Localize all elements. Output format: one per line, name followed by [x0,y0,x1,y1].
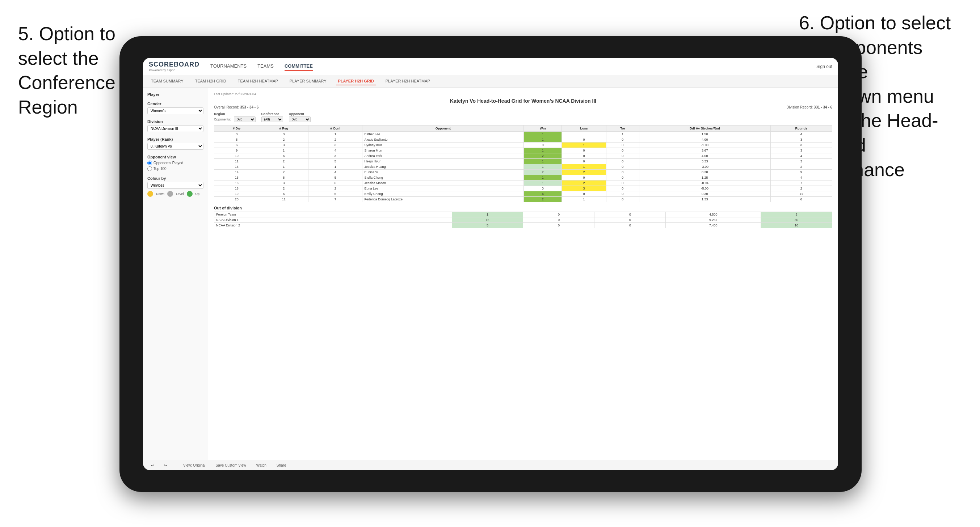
sidebar-division-section: Division NCAA Division III [147,119,204,132]
save-custom-btn[interactable]: Save Custom View [213,463,248,468]
table-body: 3 3 1 Esther Lee 1 1 1.50 4 5 2 2 Alexis… [214,132,832,202]
sidebar-gender-section: Gender Women's [147,102,204,114]
table-row: 3 3 1 Esther Lee 1 1 1.50 4 [214,132,832,137]
last-updated: Last Updated: 27/03/2024 04 [214,92,832,96]
th-opponent: Opponent [363,125,524,132]
th-win: Win [524,125,562,132]
sidebar-player-rank-select[interactable]: 8. Katelyn Vo [147,143,204,150]
opponents-label: Opponents: [214,117,231,121]
region-filter-group: Region Opponents: (All) [214,112,256,122]
sidebar-radio-opponents-played[interactable]: Opponents Played [147,160,204,165]
th-conf: # Conf [309,125,363,132]
share-btn[interactable]: Share [274,463,288,468]
overall-record: Overall Record: 353 - 34 - 6 [214,105,258,109]
logo-text: SCOREBOARD [149,61,199,68]
sidebar-gender-select[interactable]: Women's [147,108,204,114]
sub-nav-team-summary[interactable]: TEAM SUMMARY [149,78,186,85]
nav-right: Sign out [816,64,832,69]
table-header-row: # Div # Reg # Conf Opponent Win Loss Tie… [214,125,832,132]
ood-table-row: NAIA Division 1 15 0 0 9.267 30 [214,217,832,223]
logo-area: SCOREBOARD Powered by clippd [149,61,199,72]
out-of-division-table: Foreign Team 1 0 0 4.500 2 NAIA Division… [214,211,832,228]
nav-committee[interactable]: COMMITTEE [285,62,313,71]
region-filter-inner: Opponents: (All) [214,116,256,122]
th-diff: Diff Av Strokes/Rnd [639,125,770,132]
sidebar-colour-label: Colour by [147,176,204,181]
sidebar-opponent-view-label: Opponent view [147,155,204,159]
table-row: 6 3 3 Sydney Kuo 0 1 0 -1.00 3 [214,143,832,148]
region-select[interactable]: (All) [234,116,256,122]
color-up-label: Up [196,192,200,196]
region-filter-label: Region [214,112,256,116]
ood-table-row: NCAA Division 2 5 0 0 7.400 10 [214,223,832,228]
undo-btn[interactable]: ↩ [149,463,156,468]
sidebar-colour-select[interactable]: Win/loss [147,182,204,189]
th-reg: # Reg [259,125,309,132]
nav-tournaments[interactable]: TOURNAMENTS [210,62,247,71]
opponent-filter-group: Opponent (All) [289,112,310,122]
view-original-btn[interactable]: View: Original [181,463,208,468]
data-table: # Div # Reg # Conf Opponent Win Loss Tie… [214,125,832,202]
sidebar-colour-section: Colour by Win/loss Down Level Up [147,176,204,197]
sub-nav-player-h2h-grid[interactable]: PLAYER H2H GRID [336,78,376,85]
color-legend: Down Level Up [147,191,204,197]
th-div: # Div [214,125,259,132]
opponent-filter-inner: (All) [289,116,310,122]
table-row: 20 11 7 Federica Domecq Lacroze 2 1 0 1.… [214,197,832,202]
th-tie: Tie [606,125,639,132]
ood-table-row: Foreign Team 1 0 0 4.500 2 [214,212,832,217]
th-loss: Loss [562,125,606,132]
watch-btn[interactable]: Watch [254,463,269,468]
grid-title: Katelyn Vo Head-to-Head Grid for Women's… [214,98,832,104]
conference-select[interactable]: (All) [261,116,283,122]
sub-nav-player-h2h-heatmap[interactable]: PLAYER H2H HEATMAP [383,78,432,85]
table-row: 14 7 4 Eunice Yi 2 2 0 0.38 9 [214,170,832,175]
sidebar-player-rank-section: Player (Rank) 8. Katelyn Vo [147,137,204,150]
sidebar-division-label: Division [147,119,204,124]
table-row: 19 6 6 Emily Chang 4 0 0 0.30 11 [214,191,832,197]
main-content: Player Gender Women's Division NCAA Divi… [143,88,838,460]
sidebar-opponent-view-section: Opponent view Opponents Played Top 100 [147,155,204,171]
th-rounds: Rounds [770,125,832,132]
sidebar-player-section: Player [147,92,204,97]
sub-nav-player-summary[interactable]: PLAYER SUMMARY [288,78,329,85]
logo-sub: Powered by clippd [149,68,176,72]
color-down-label: Down [156,192,164,196]
records-row: Overall Record: 353 - 34 - 6 Division Re… [214,105,832,109]
color-level-label: Level [176,192,184,196]
ood-table-body: Foreign Team 1 0 0 4.500 2 NAIA Division… [214,212,832,228]
tablet-device: SCOREBOARD Powered by clippd TOURNAMENTS… [119,36,862,492]
out-of-division-header: Out of division [214,206,832,210]
sidebar: Player Gender Women's Division NCAA Divi… [143,88,208,460]
conference-filter-inner: (All) [261,116,283,122]
opponent-filter-label: Opponent [289,112,310,116]
sidebar-player-rank-label: Player (Rank) [147,137,204,141]
sidebar-gender-label: Gender [147,102,204,106]
sign-out-link[interactable]: Sign out [816,64,832,69]
sub-nav-team-h2h-heatmap[interactable]: TEAM H2H HEATMAP [235,78,280,85]
opponent-select[interactable]: (All) [289,116,310,122]
tablet-screen: SCOREBOARD Powered by clippd TOURNAMENTS… [143,58,838,470]
nav-bar: SCOREBOARD Powered by clippd TOURNAMENTS… [143,58,838,75]
table-row: 10 6 3 Andrea York 2 0 0 4.00 4 [214,153,832,159]
color-down-dot [147,191,153,197]
sub-nav-team-h2h-grid[interactable]: TEAM H2H GRID [193,78,228,85]
redo-btn[interactable]: ↪ [162,463,169,468]
nav-teams[interactable]: TEAMS [258,62,274,71]
filters-row: Region Opponents: (All) Conference ( [214,112,832,122]
nav-items: TOURNAMENTS TEAMS COMMITTEE [210,62,805,71]
table-row: 13 1 1 Jessica Huang 1 1 0 -3.00 2 [214,164,832,170]
sub-nav: TEAM SUMMARY TEAM H2H GRID TEAM H2H HEAT… [143,75,838,88]
toolbar-divider-1 [175,462,175,468]
table-row: 18 2 2 Euna Lee 0 3 0 -5.00 2 [214,186,832,191]
color-level-dot [167,191,173,197]
table-row: 9 1 4 Sharon Mun 1 0 0 3.67 3 [214,148,832,153]
conference-filter-label: Conference [261,112,283,116]
sidebar-player-label: Player [147,92,204,97]
sidebar-division-select[interactable]: NCAA Division III [147,125,204,132]
table-row: 16 3 6 Jessica Mason 1 2 0 -0.94 7 [214,181,832,186]
conference-filter-group: Conference (All) [261,112,283,122]
sidebar-radio-top100[interactable]: Top 100 [147,167,204,171]
table-row: 15 8 5 Stella Cheng 1 0 0 1.25 4 [214,175,832,181]
table-row: 5 2 2 Alexis Sudjianto 1 0 0 4.00 3 [214,137,832,143]
